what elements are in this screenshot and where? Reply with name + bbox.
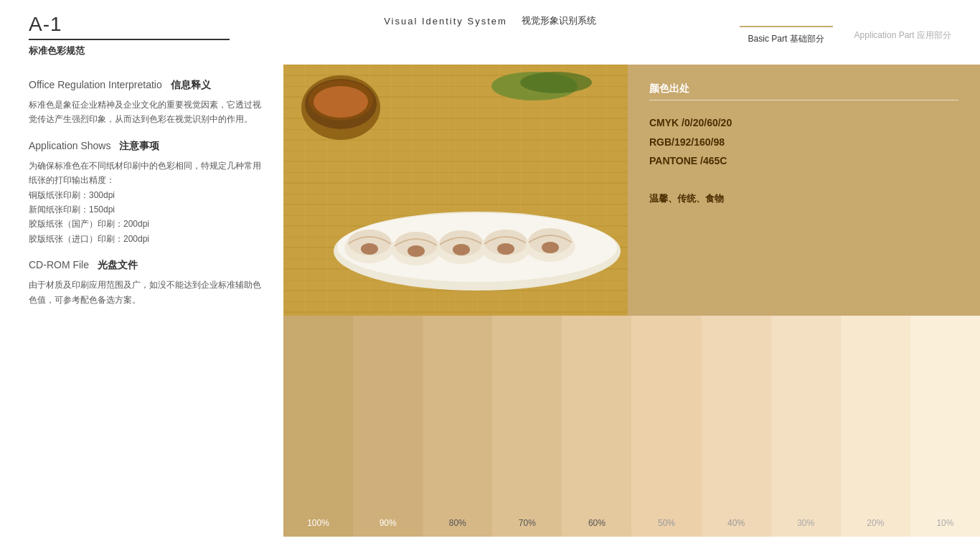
swatch-70%: 70% bbox=[492, 316, 562, 537]
svg-point-11 bbox=[520, 72, 592, 93]
swatch-label-20%: 20% bbox=[867, 518, 884, 528]
image-row: 颜色出处 CMYK /0/20/60/20 RGB/192/160/98 PAN… bbox=[283, 65, 980, 316]
app-part-label: Application Part 应用部分 bbox=[854, 29, 951, 42]
section2-title-en: Application Shows bbox=[29, 140, 110, 151]
svg-point-26 bbox=[453, 244, 470, 255]
swatch-label-60%: 60% bbox=[588, 518, 606, 528]
main-content: Office Regulation Interpretatio 信息释义 标准色… bbox=[0, 65, 980, 537]
rgb-value: RGB/192/160/98 bbox=[649, 133, 958, 152]
swatch-label-30%: 30% bbox=[797, 518, 814, 528]
swatch-label-90%: 90% bbox=[380, 518, 397, 528]
svg-point-28 bbox=[542, 242, 559, 253]
swatch-label-50%: 50% bbox=[658, 518, 675, 528]
section3-title-zh: 光盘文件 bbox=[98, 259, 138, 270]
swatch-label-40%: 40% bbox=[727, 518, 745, 528]
swatch-label-70%: 70% bbox=[519, 518, 536, 528]
section2-body: 为确保标准色在不同纸材印刷中的色彩相同，特规定几种常用纸张的打印输出精度： 铜版… bbox=[29, 159, 262, 246]
swatch-10%: 10% bbox=[910, 316, 980, 537]
color-info-title: 颜色出处 bbox=[649, 83, 958, 100]
page-id: A-1 bbox=[29, 13, 230, 40]
section1-title-en: Office Regulation Interpretatio bbox=[29, 79, 162, 90]
swatch-label-80%: 80% bbox=[449, 518, 466, 528]
cmyk-value: CMYK /0/20/60/20 bbox=[649, 113, 958, 133]
svg-point-24 bbox=[361, 243, 378, 255]
svg-point-25 bbox=[407, 245, 425, 257]
section2-title-zh: 注意事项 bbox=[119, 140, 159, 151]
color-spec: CMYK /0/20/60/20 RGB/192/160/98 PANTONE … bbox=[649, 113, 958, 171]
swatch-label-10%: 10% bbox=[936, 518, 953, 528]
section-cdrom: CD-ROM File 光盘文件 由于材质及印刷应用范围及广，如没不能达到企业标… bbox=[29, 259, 262, 307]
swatches-row: 100%90%80%70%60%50%40%30%20%10% bbox=[283, 316, 980, 537]
right-area: 颜色出处 CMYK /0/20/60/20 RGB/192/160/98 PAN… bbox=[283, 65, 980, 537]
basic-part: Basic Part 基础部分 bbox=[740, 26, 833, 45]
color-info-panel: 颜色出处 CMYK /0/20/60/20 RGB/192/160/98 PAN… bbox=[628, 65, 980, 316]
section3-title: CD-ROM File 光盘文件 bbox=[29, 259, 262, 272]
vis-title-zh: 视觉形象识别系统 bbox=[522, 14, 596, 27]
pantone-value: PANTONE /465C bbox=[649, 151, 958, 171]
section1-body: 标准色是象征企业精神及企业文化的重要视觉因素，它透过视觉传达产生强烈印象，从而达… bbox=[29, 98, 262, 127]
swatch-100%: 100% bbox=[283, 316, 353, 537]
swatch-label-100%: 100% bbox=[307, 518, 329, 528]
food-image bbox=[283, 65, 628, 316]
basic-part-label: Basic Part 基础部分 bbox=[748, 33, 824, 45]
swatch-30%: 30% bbox=[771, 316, 841, 537]
section3-body: 由于材质及印刷应用范围及广，如没不能达到企业标准辅助色色值，可参考配色备选方案。 bbox=[29, 278, 262, 307]
swatch-20%: 20% bbox=[841, 316, 910, 537]
header-left: A-1 标准色彩规范 bbox=[29, 13, 230, 57]
section-info: Office Regulation Interpretatio 信息释义 标准色… bbox=[29, 79, 262, 127]
swatch-90%: 90% bbox=[353, 316, 423, 537]
section1-title: Office Regulation Interpretatio 信息释义 bbox=[29, 79, 262, 92]
swatch-80%: 80% bbox=[423, 316, 492, 537]
page-subtitle: 标准色彩规范 bbox=[29, 44, 230, 57]
header-right: Basic Part 基础部分 Application Part 应用部分 bbox=[740, 26, 951, 45]
swatch-50%: 50% bbox=[631, 316, 701, 537]
vis-title-en: Visual Identity System bbox=[384, 16, 507, 27]
svg-point-27 bbox=[497, 243, 514, 255]
section-notice: Application Shows 注意事项 为确保标准色在不同纸材印刷中的色彩… bbox=[29, 140, 262, 246]
section2-title: Application Shows 注意事项 bbox=[29, 140, 262, 153]
swatch-60%: 60% bbox=[562, 316, 631, 537]
left-panel: Office Regulation Interpretatio 信息释义 标准色… bbox=[0, 65, 283, 537]
header: A-1 标准色彩规范 Visual Identity System 视觉形象识别… bbox=[0, 0, 980, 65]
svg-point-9 bbox=[314, 86, 368, 118]
header-center: Visual Identity System 视觉形象识别系统 bbox=[384, 14, 596, 27]
swatch-40%: 40% bbox=[702, 316, 771, 537]
color-desc: 温馨、传统、食物 bbox=[649, 192, 958, 205]
section1-title-zh: 信息释义 bbox=[171, 79, 211, 90]
section3-title-en: CD-ROM File bbox=[29, 259, 89, 270]
basic-part-bar bbox=[740, 26, 833, 27]
